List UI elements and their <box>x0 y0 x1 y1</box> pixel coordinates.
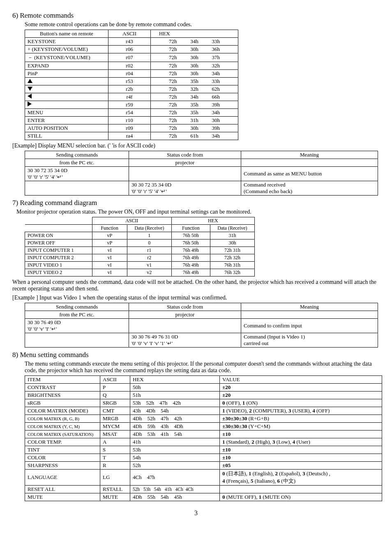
table-cell: 30 30 76 49 0D '0' '0' 'v' 'I' '↵' <box>25 319 129 333</box>
table-cell: COLOR <box>25 454 100 462</box>
table-cell: r54 <box>108 109 151 117</box>
table-cell: MUTE <box>25 493 100 501</box>
section-7-heading: 7) Reading command diagram <box>12 199 380 207</box>
table-cell: SRGB <box>100 399 130 407</box>
table-cell: 41h <box>130 438 220 446</box>
blank-cell <box>25 225 92 232</box>
meaning-2: carrired out <box>244 340 375 347</box>
blank-cell <box>25 217 92 225</box>
ex6-h2: Status code from <box>129 151 241 159</box>
page-number: 3 <box>12 509 380 517</box>
reading-table: ASCII HEX Function Data (Receive) Functi… <box>25 217 255 276</box>
table-cell: 35h <box>181 101 208 109</box>
ex7-h1b: from the PC etc. <box>25 311 129 319</box>
remote-commands-table: Button's name on remote ASCII HEX KEYSTO… <box>25 30 238 140</box>
up-arrow-icon <box>28 79 32 83</box>
table-cell: 33h <box>208 78 238 85</box>
table-cell: r43 <box>108 38 151 46</box>
table-cell: BRIGHTNESS <box>25 391 100 399</box>
send-ascii: '0' '0' 'r' '5' '4' '↵' <box>28 174 126 180</box>
ex6-h3: Meaning <box>241 151 378 159</box>
table-cell: Command as same as MENU button <box>241 167 378 181</box>
table-cell <box>129 319 241 333</box>
col-button-name: Button's name on remote <box>25 30 108 38</box>
col-hex: HEX <box>151 30 238 38</box>
table-cell: － (KEYSTONE/VOLUME) <box>25 53 108 62</box>
table-cell <box>25 93 108 101</box>
table-cell: r10 <box>108 117 151 124</box>
table-cell: LG <box>100 470 130 486</box>
send-hex: 30 30 76 49 0D <box>28 319 126 326</box>
col-ascii: ASCII <box>108 30 151 38</box>
table-cell: 35h <box>181 109 208 117</box>
table-cell: 33h <box>208 38 238 46</box>
table-cell: KEYSTONE <box>25 38 108 46</box>
table-cell: 4Dh 55h 54h 45h <box>130 493 220 501</box>
table-cell: 30h <box>181 70 208 78</box>
send-ascii: '0' '0' 'v' 'I' '↵' <box>28 326 126 332</box>
table-cell: ENTER <box>25 117 108 124</box>
table-cell: MENU <box>25 109 108 117</box>
table-cell: INPUT COMPUTER 2 <box>25 254 92 262</box>
col-ascii: ASCII <box>100 376 130 384</box>
table-cell: 72h <box>151 124 181 132</box>
table-cell: 30h <box>181 124 208 132</box>
table-cell: 53h 52h 47h 42h <box>130 399 220 407</box>
example-label-6: [Example] Display MENU selection bar. ('… <box>12 143 380 149</box>
ex7-h3: Meaning <box>241 303 378 311</box>
table-cell: 54h <box>130 454 220 462</box>
table-cell: 76h 49h <box>171 254 210 262</box>
table-cell: 72h <box>151 117 181 124</box>
table-cell: 52h <box>130 462 220 470</box>
table-cell <box>129 167 241 181</box>
table-cell: P <box>100 384 130 391</box>
table-cell: vP <box>92 232 127 240</box>
table-cell: r2 <box>127 254 171 262</box>
table-cell: INPUT VIDEO 1 <box>25 262 92 269</box>
table-cell: ra4 <box>108 132 151 140</box>
col-function-a: Function <box>92 225 127 232</box>
table-cell: 72h <box>151 38 181 46</box>
table-cell: Command (Input is Video 1) carrired out <box>241 333 378 348</box>
table-cell: 1 (Standard), 2 (High), 3 (Low), 4 (User… <box>220 438 382 446</box>
table-cell: 34h <box>208 109 238 117</box>
table-cell: 72h <box>151 70 181 78</box>
meaning-1: Command (Input is Video 1) <box>244 334 375 340</box>
col-data-h: Data (Receive) <box>210 225 254 232</box>
table-cell: vI <box>92 262 127 269</box>
table-cell: 32h <box>181 85 208 93</box>
ex7-h2b: projector <box>129 311 241 319</box>
table-cell: CONTRAST <box>25 384 100 391</box>
table-cell: 76h 49h <box>171 269 210 276</box>
table-cell: vP <box>92 240 127 247</box>
table-cell: MRGB <box>100 415 130 423</box>
table-cell: 30h <box>208 117 238 124</box>
table-cell: PinP <box>25 70 108 78</box>
right-arrow-icon <box>28 101 32 106</box>
table-cell: S <box>100 446 130 454</box>
table-cell: 39h <box>208 101 238 109</box>
table-cell: 4Ch 47h <box>130 470 220 486</box>
section-6-intro: Some remote control operations can be do… <box>25 21 380 28</box>
table-cell: AUTO POSITION <box>25 124 108 132</box>
table-cell <box>25 101 108 109</box>
table-cell: COLOR MATRIX (SATURATION) <box>25 431 100 438</box>
table-cell: ±10 <box>220 431 382 438</box>
status-ascii: '0' '0' 'v' 'I' 'v' '1' '↵' <box>131 340 238 347</box>
table-cell: EXPAND <box>25 62 108 70</box>
table-cell: 31h <box>181 117 208 124</box>
section-8-heading: 8) Menu setting commands <box>12 351 380 359</box>
table-cell: 72h <box>151 53 181 62</box>
table-cell: 30h <box>181 46 208 53</box>
table-cell: ±30±30±30 (R+G+B) <box>220 415 382 423</box>
table-cell: r2b <box>108 85 151 93</box>
ex7-h1: Sending commands <box>25 303 129 311</box>
table-cell: 52h 53h 54h 41h 4Ch 4Ch <box>130 486 220 493</box>
table-cell: TINT <box>25 446 100 454</box>
table-cell: v2 <box>127 269 171 276</box>
col-item: ITEM <box>25 376 100 384</box>
table-cell: 30h <box>181 62 208 70</box>
send-hex: 30 30 72 35 34 0D <box>28 167 126 174</box>
table-cell: 4Dh 59h 43h 4Dh <box>130 423 220 431</box>
ex7-h3b <box>241 311 378 319</box>
